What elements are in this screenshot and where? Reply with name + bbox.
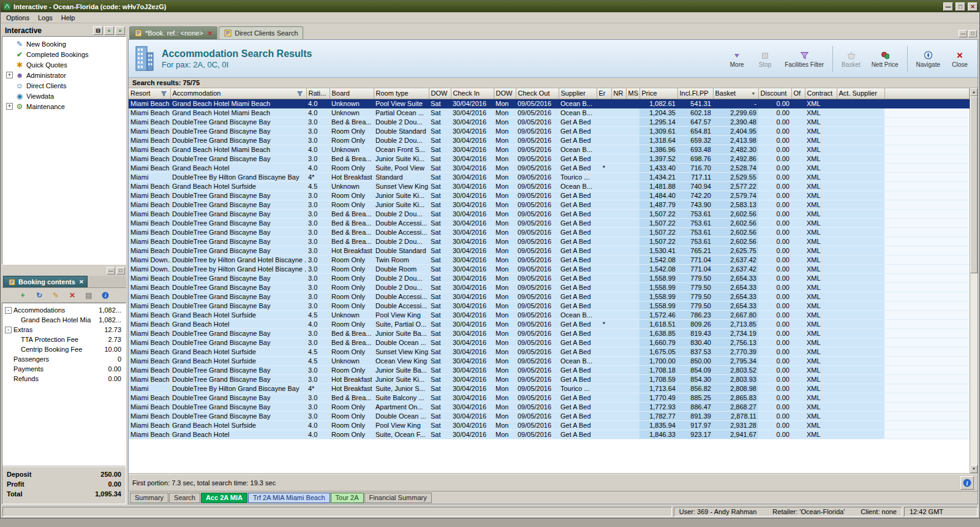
sidebar-item-direct-clients[interactable]: ☺Direct Clients [2, 80, 126, 91]
table-row[interactable]: Miami BeachGrand Beach Hotel4.0Room Only… [129, 163, 970, 172]
sidebar-item-viewdata[interactable]: ◉Viewdata [2, 91, 126, 101]
table-row[interactable]: Miami BeachGrand Beach Hotel Surfside4.5… [129, 310, 970, 319]
bottom-tab-search[interactable]: Search [169, 493, 200, 503]
table-row[interactable]: Miami BeachGrand Beach Hotel4.0Room Only… [129, 319, 970, 328]
table-row[interactable]: MiamiDoubleTree By Hilton Grand Biscayne… [129, 384, 970, 393]
collapse-panel-button[interactable]: ⊟ [93, 26, 103, 35]
close-panel-icon[interactable]: ✕ [79, 279, 84, 285]
column-header-resort[interactable]: Resort [129, 88, 170, 99]
table-row[interactable]: Miami BeachGrand Beach Hotel Surfside4.5… [129, 347, 970, 356]
table-row[interactable]: Miami BeachGrand Beach Hotel Miami Beach… [129, 108, 970, 117]
expand-toggle[interactable]: + [6, 103, 13, 110]
table-row[interactable]: MiamiDoubleTree By Hilton Grand Biscayne… [129, 172, 970, 181]
info-button[interactable]: i [100, 290, 111, 301]
doc-tab-book-ref-none[interactable]: *Book. ref.: <none>✕ [129, 26, 217, 39]
delete-button[interactable]: ✕ [67, 290, 78, 301]
table-row[interactable]: Miami BeachGrand Beach Hotel Miami Beach… [129, 99, 970, 108]
column-header-contract[interactable]: Contract [805, 88, 837, 99]
refresh-button[interactable]: ↻ [34, 290, 45, 301]
booking-item-payments[interactable]: Payments0.00 [2, 364, 126, 374]
booking-contents-tab[interactable]: Booking contents ✕ [3, 276, 88, 287]
column-header-of[interactable]: Of [791, 88, 805, 99]
column-header-discount[interactable]: Discount [758, 88, 791, 99]
column-header-er[interactable]: Er [597, 88, 611, 99]
column-header-room-type[interactable]: Room type [374, 88, 429, 99]
column-header-basket[interactable]: Basket▼ [713, 88, 758, 99]
column-header-price[interactable]: Price [639, 88, 677, 99]
close-tab-icon[interactable]: ✕ [208, 30, 213, 37]
scroll-down-icon[interactable]: ▼ [970, 465, 978, 473]
close-button[interactable]: ✕Close [947, 43, 973, 75]
table-row[interactable]: Miami BeachDoubleTree Grand Biscayne Bay… [129, 209, 970, 218]
more-button[interactable]: More [724, 43, 750, 75]
column-header-dow[interactable]: DOW [429, 88, 451, 99]
scroll-up-icon[interactable]: ▲ [970, 88, 978, 96]
add-button[interactable]: + [17, 290, 28, 301]
booking-item-centrip-booking-fee[interactable]: Centrip Booking Fee10.00 [2, 344, 126, 354]
table-row[interactable]: Miami BeachGrand Beach Hotel Surfside4.0… [129, 420, 970, 430]
mdi-minimize-button[interactable]: — [959, 30, 967, 37]
column-header-act-supplier[interactable]: Act. Supplier [837, 88, 884, 99]
table-row[interactable]: Miami BeachDoubleTree Grand Biscayne Bay… [129, 126, 970, 135]
column-header-supplier[interactable]: Supplier [559, 88, 597, 99]
booking-item-accommodations[interactable]: -Accommodations1,082... [2, 305, 126, 315]
table-row[interactable]: Miami BeachDoubleTree Grand Biscayne Bay… [129, 328, 970, 338]
dock-left-button[interactable]: « [104, 26, 114, 35]
table-row[interactable]: Miami BeachDoubleTree Grand Biscayne Bay… [129, 292, 970, 301]
table-row[interactable]: Miami BeachDoubleTree Grand Biscayne Bay… [129, 301, 970, 310]
table-row[interactable]: Miami BeachDoubleTree Grand Biscayne Bay… [129, 338, 970, 347]
dock-right-button[interactable]: » [115, 26, 125, 35]
table-row[interactable]: Miami BeachGrand Beach Hotel Surfside4.5… [129, 356, 970, 365]
table-row[interactable]: Miami BeachGrand Beach Hotel Miami Beach… [129, 145, 970, 154]
column-header-rati[interactable]: Rati... [306, 88, 330, 99]
navigate-button[interactable]: Navigate [912, 43, 944, 75]
table-row[interactable]: Miami BeachDoubleTree Grand Biscayne Bay… [129, 237, 970, 246]
booking-item-tta-protection-fee[interactable]: TTA Protection Fee2.73 [2, 335, 126, 344]
info-button[interactable]: i [960, 476, 974, 490]
table-row[interactable]: Miami BeachDoubleTree Grand Biscayne Bay… [129, 365, 970, 374]
scrollbar-track[interactable] [970, 96, 978, 465]
table-row[interactable]: Miami Down...DoubleTree by Hilton Grand … [129, 264, 970, 273]
bottom-tab-trf-2a-mia-miami-beach[interactable]: Trf 2A MIA Miami Beach [248, 493, 330, 503]
table-row[interactable]: Miami BeachDoubleTree Grand Biscayne Bay… [129, 154, 970, 163]
table-row[interactable]: Miami BeachDoubleTree Grand Biscayne Bay… [129, 246, 970, 255]
booking-item-grand-beach-hotel-mia[interactable]: Grand Beach Hotel Mia1,082... [2, 315, 126, 325]
table-row[interactable]: Miami BeachDoubleTree Grand Biscayne Bay… [129, 218, 970, 227]
table-row[interactable]: Miami BeachDoubleTree Grand Biscayne Bay… [129, 200, 970, 209]
sidebar-item-maintenance[interactable]: +⚙Maintenance [2, 101, 126, 112]
bottom-tab-summary[interactable]: Summary [130, 493, 168, 503]
close-button[interactable]: ✕ [968, 2, 978, 11]
booking-item-passengers[interactable]: Passengers0 [2, 354, 126, 364]
scrollbar-thumb[interactable] [970, 96, 978, 273]
table-row[interactable]: Miami BeachDoubleTree Grand Biscayne Bay… [129, 411, 970, 420]
notes-button[interactable]: ▤ [83, 290, 94, 301]
minimize-panel-button[interactable]: — [107, 267, 115, 275]
table-row[interactable]: Miami BeachDoubleTree Grand Biscayne Bay… [129, 393, 970, 402]
sidebar-item-administrator[interactable]: +☻Administrator [2, 70, 126, 80]
bottom-tab-financial-summary[interactable]: Financial Summary [364, 493, 432, 503]
vertical-scrollbar[interactable]: ▲ ▼ [970, 88, 978, 473]
column-header-check-in[interactable]: Check In [451, 88, 494, 99]
booking-item-refunds[interactable]: Refunds0.00 [2, 374, 126, 384]
doc-tab-direct-clients-search[interactable]: Direct Clients Search [219, 26, 303, 39]
float-panel-button[interactable]: □ [116, 267, 125, 275]
column-header-nr[interactable]: NR [611, 88, 626, 99]
bottom-tab-acc-2a-mia[interactable]: Acc 2A MIA [201, 493, 247, 503]
minimize-button[interactable]: — [943, 2, 953, 11]
table-row[interactable]: Miami Down...DoubleTree by Hilton Grand … [129, 255, 970, 264]
sidebar-item-completed-bookings[interactable]: ✔Completed Bookings [2, 49, 126, 59]
column-header-board[interactable]: Board [330, 88, 374, 99]
column-header-incl-fl-pp[interactable]: Incl.Fl.PP [677, 88, 713, 99]
expand-toggle[interactable]: + [6, 72, 13, 78]
table-row[interactable]: Miami BeachDoubleTree Grand Biscayne Bay… [129, 282, 970, 292]
expand-toggle[interactable]: - [5, 327, 12, 333]
sidebar-item-new-booking[interactable]: ✎New Booking [2, 39, 126, 49]
booking-item-extras[interactable]: -Extras12.73 [2, 325, 126, 335]
nett-price-button[interactable]: Nett Price [867, 43, 903, 75]
column-header-check-out[interactable]: Check Out [516, 88, 559, 99]
sidebar-item-quick-quotes[interactable]: ✱Quick Quotes [2, 59, 126, 70]
facilities-filter-button[interactable]: Facilities Filter [780, 43, 828, 75]
edit-button[interactable]: ✎ [50, 290, 61, 301]
table-row[interactable]: Miami BeachDoubleTree Grand Biscayne Bay… [129, 191, 970, 200]
expand-toggle[interactable]: - [5, 307, 12, 314]
